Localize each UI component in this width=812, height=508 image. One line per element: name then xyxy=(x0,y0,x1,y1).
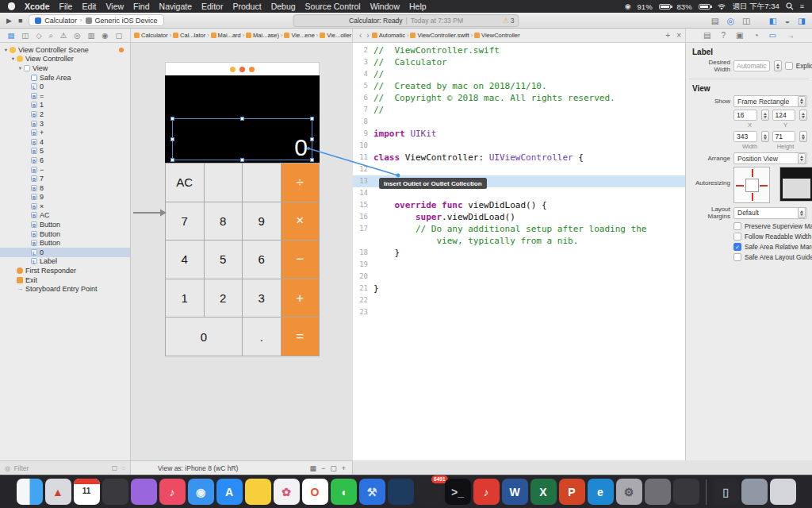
calculator-button[interactable]: 7 xyxy=(166,202,204,241)
code-line[interactable]: 20 xyxy=(353,271,685,283)
calculator-button[interactable]: ÷ xyxy=(282,164,320,202)
breadcrumb-item[interactable]: Mai...ard xyxy=(211,32,241,39)
source-control-navigator-icon[interactable]: ◫ xyxy=(21,31,29,40)
close-assistant-editor-button[interactable]: × xyxy=(676,31,681,40)
breadcrumb-item[interactable]: Mai...ase) xyxy=(246,32,279,39)
show-only-modified-icon[interactable]: ▢ xyxy=(112,464,118,471)
width-stepper[interactable] xyxy=(761,131,769,142)
view-controller-icon[interactable] xyxy=(230,67,236,72)
code-line[interactable]: 21} xyxy=(353,283,685,294)
calculator-button[interactable]: AC xyxy=(166,164,204,202)
menu-item-source-control[interactable]: Source Control xyxy=(305,2,361,11)
forward-button[interactable]: › xyxy=(366,31,369,40)
breadcrumb-item[interactable]: Vie...oller xyxy=(320,32,351,39)
calculator-button[interactable]: 8 xyxy=(205,202,243,241)
dock-music[interactable]: ♪ xyxy=(159,479,186,505)
dock-qq[interactable]: 6491 xyxy=(416,479,442,505)
calculator-button[interactable]: − xyxy=(282,241,320,279)
dock-edge-browser[interactable]: e xyxy=(588,479,614,505)
find-navigator-icon[interactable]: ⌕ xyxy=(49,31,53,40)
breakpoint-navigator-icon[interactable]: ◉ xyxy=(102,31,108,40)
navigator-row[interactable]: B+ xyxy=(0,128,130,137)
dock-stickies[interactable] xyxy=(245,479,271,505)
navigator-row[interactable]: B9 xyxy=(0,193,130,202)
code-line[interactable]: 23 xyxy=(353,306,685,318)
code-line[interactable]: 2// ViewController.swift xyxy=(353,44,685,56)
notification-center-icon[interactable]: ≡ xyxy=(800,2,804,10)
dock-netease-music[interactable]: ♪ xyxy=(473,479,500,505)
calculator-button[interactable]: 3 xyxy=(243,279,281,318)
code-line[interactable]: 3// Calculator xyxy=(353,56,685,68)
code-line[interactable]: view, typically from a nib. xyxy=(353,235,685,247)
calculator-button[interactable]: 6 xyxy=(243,241,281,279)
menu-item-debug[interactable]: Debug xyxy=(271,2,296,11)
size-inspector-tab[interactable]: ▭ xyxy=(769,31,776,40)
navigator-row[interactable]: BAC xyxy=(0,211,130,221)
add-assistant-editor-button[interactable]: + xyxy=(665,31,670,40)
navigator-row[interactable]: B3 xyxy=(0,119,130,129)
run-button[interactable]: ▶ xyxy=(6,17,12,25)
navigator-row[interactable]: ▾View Controller Scene xyxy=(0,45,130,55)
calculator-button[interactable]: . xyxy=(243,318,281,356)
navigator-row[interactable]: B2 xyxy=(0,110,130,119)
code-line[interactable]: 5// Created by mac on 2018/11/10. xyxy=(353,80,685,92)
dock-terminal[interactable]: >_ xyxy=(445,479,471,505)
code-line[interactable]: 4// xyxy=(353,68,685,80)
navigator-row[interactable]: B5 xyxy=(0,147,130,156)
code-line[interactable]: 15 override func viewDidLoad() { xyxy=(353,199,685,211)
navigator-row[interactable]: L0 xyxy=(0,82,130,91)
arrange-dropdown[interactable]: Position View xyxy=(733,152,807,164)
dock-powerpoint[interactable]: P xyxy=(559,479,585,505)
wifi-icon[interactable] xyxy=(717,3,726,10)
code-line[interactable]: 7// xyxy=(353,104,685,116)
code-line[interactable]: 14 xyxy=(353,187,685,199)
report-navigator-icon[interactable]: ▢ xyxy=(116,31,123,40)
navigator-row[interactable]: BButton xyxy=(0,229,130,239)
show-recent-icon[interactable]: ◌ xyxy=(121,464,125,471)
toggle-debug-area-button[interactable]: ◒ xyxy=(785,16,790,25)
stop-button[interactable]: ■ xyxy=(18,17,22,25)
menu-item-help[interactable]: Help xyxy=(409,2,427,11)
desired-width-field[interactable]: Automatic xyxy=(733,60,770,71)
navigator-row[interactable]: B8 xyxy=(0,183,130,193)
calculator-display-view[interactable]: 0 xyxy=(165,75,320,163)
navigator-row[interactable]: Safe Area xyxy=(0,73,130,83)
spotlight-search-icon[interactable] xyxy=(786,2,794,10)
code-line[interactable]: 6// Copyright © 2018 mac. All rights res… xyxy=(353,92,685,104)
autoresizing-control[interactable] xyxy=(733,167,770,203)
navigator-row[interactable]: BButton xyxy=(0,238,130,248)
navigator-row[interactable]: B= xyxy=(0,91,130,101)
filter-placeholder[interactable]: Filter xyxy=(13,464,29,472)
checkbox-preserve-superview-margins[interactable] xyxy=(733,222,741,230)
calculator-button[interactable]: 5 xyxy=(205,241,243,279)
zoom-reset-button[interactable]: ▢ xyxy=(330,464,337,472)
interface-builder-canvas[interactable]: 0 AC÷789×456−123+0.= xyxy=(131,43,353,460)
disclosure-triangle[interactable]: ▾ xyxy=(17,65,24,71)
project-navigator-icon[interactable]: ▤ xyxy=(7,31,14,40)
x-stepper[interactable] xyxy=(761,110,769,121)
identity-inspector-tab[interactable]: ▣ xyxy=(736,31,743,40)
disclosure-triangle[interactable]: ▾ xyxy=(10,56,17,62)
navigator-row[interactable]: ▾View Controller xyxy=(0,55,130,64)
calculator-button[interactable]: 9 xyxy=(243,202,281,241)
dock-app-store[interactable]: A xyxy=(216,479,243,505)
navigator-row[interactable]: L0 xyxy=(0,248,130,257)
height-field[interactable]: 71 xyxy=(772,131,796,142)
dock-finder[interactable] xyxy=(17,479,43,505)
selected-label-outline[interactable]: 0 xyxy=(172,118,312,160)
first-responder-icon[interactable] xyxy=(239,67,245,72)
toggle-inspectors-button[interactable]: ◨ xyxy=(798,16,806,25)
dock-system-preferences[interactable]: ⚙ xyxy=(616,479,642,505)
code-line[interactable]: 19 xyxy=(353,259,685,271)
view-as-device-button[interactable]: View as: iPhone 8 (wC hR) xyxy=(158,464,238,472)
width-field[interactable]: 343 xyxy=(733,131,757,142)
breadcrumb-item[interactable]: ViewController.swift xyxy=(410,32,469,39)
menu-item-window[interactable]: Window xyxy=(370,2,400,11)
navigator-row[interactable]: BButton xyxy=(0,220,130,229)
desired-width-stepper[interactable] xyxy=(774,60,782,71)
navigator-row[interactable]: B× xyxy=(0,202,130,211)
navigator-row[interactable]: ▾View xyxy=(0,64,130,73)
dock-downloads-folder[interactable] xyxy=(741,479,768,505)
layout-margins-dropdown[interactable]: Default xyxy=(733,207,807,219)
exit-icon[interactable] xyxy=(249,67,255,72)
